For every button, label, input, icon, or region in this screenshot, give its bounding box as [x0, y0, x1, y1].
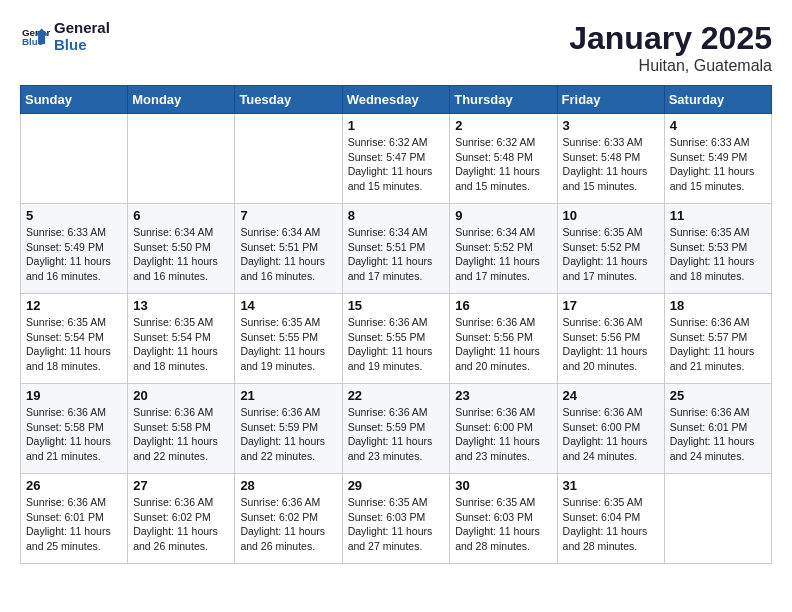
weekday-saturday: Saturday	[664, 86, 771, 114]
calendar-cell: 24Sunrise: 6:36 AMSunset: 6:00 PMDayligh…	[557, 384, 664, 474]
title-block: January 2025 Huitan, Guatemala	[569, 20, 772, 75]
day-number: 23	[455, 388, 551, 403]
location: Huitan, Guatemala	[569, 57, 772, 75]
day-info: Sunrise: 6:34 AMSunset: 5:50 PMDaylight:…	[133, 225, 229, 284]
day-number: 10	[563, 208, 659, 223]
calendar-table: SundayMondayTuesdayWednesdayThursdayFrid…	[20, 85, 772, 564]
calendar-cell: 8Sunrise: 6:34 AMSunset: 5:51 PMDaylight…	[342, 204, 450, 294]
day-number: 8	[348, 208, 445, 223]
day-info: Sunrise: 6:36 AMSunset: 5:59 PMDaylight:…	[348, 405, 445, 464]
logo-line1: General	[54, 20, 110, 37]
weekday-sunday: Sunday	[21, 86, 128, 114]
day-number: 2	[455, 118, 551, 133]
day-info: Sunrise: 6:36 AMSunset: 6:01 PMDaylight:…	[670, 405, 766, 464]
day-info: Sunrise: 6:35 AMSunset: 6:03 PMDaylight:…	[455, 495, 551, 554]
day-number: 20	[133, 388, 229, 403]
day-info: Sunrise: 6:35 AMSunset: 5:54 PMDaylight:…	[133, 315, 229, 374]
calendar-cell: 21Sunrise: 6:36 AMSunset: 5:59 PMDayligh…	[235, 384, 342, 474]
calendar-cell: 26Sunrise: 6:36 AMSunset: 6:01 PMDayligh…	[21, 474, 128, 564]
calendar-cell: 12Sunrise: 6:35 AMSunset: 5:54 PMDayligh…	[21, 294, 128, 384]
day-info: Sunrise: 6:34 AMSunset: 5:51 PMDaylight:…	[240, 225, 336, 284]
calendar-cell	[21, 114, 128, 204]
day-info: Sunrise: 6:33 AMSunset: 5:49 PMDaylight:…	[26, 225, 122, 284]
day-info: Sunrise: 6:36 AMSunset: 6:00 PMDaylight:…	[563, 405, 659, 464]
calendar-cell: 16Sunrise: 6:36 AMSunset: 5:56 PMDayligh…	[450, 294, 557, 384]
day-info: Sunrise: 6:33 AMSunset: 5:49 PMDaylight:…	[670, 135, 766, 194]
day-number: 1	[348, 118, 445, 133]
day-number: 25	[670, 388, 766, 403]
calendar-cell: 17Sunrise: 6:36 AMSunset: 5:56 PMDayligh…	[557, 294, 664, 384]
day-info: Sunrise: 6:34 AMSunset: 5:51 PMDaylight:…	[348, 225, 445, 284]
calendar-cell: 2Sunrise: 6:32 AMSunset: 5:48 PMDaylight…	[450, 114, 557, 204]
day-number: 3	[563, 118, 659, 133]
day-number: 13	[133, 298, 229, 313]
day-info: Sunrise: 6:36 AMSunset: 5:59 PMDaylight:…	[240, 405, 336, 464]
day-info: Sunrise: 6:36 AMSunset: 6:02 PMDaylight:…	[133, 495, 229, 554]
month-title: January 2025	[569, 20, 772, 57]
calendar-cell: 1Sunrise: 6:32 AMSunset: 5:47 PMDaylight…	[342, 114, 450, 204]
day-number: 27	[133, 478, 229, 493]
calendar-cell: 29Sunrise: 6:35 AMSunset: 6:03 PMDayligh…	[342, 474, 450, 564]
logo: General Blue General Blue	[20, 20, 110, 53]
day-number: 6	[133, 208, 229, 223]
weekday-tuesday: Tuesday	[235, 86, 342, 114]
day-info: Sunrise: 6:35 AMSunset: 5:53 PMDaylight:…	[670, 225, 766, 284]
page-header: General Blue General Blue January 2025 H…	[20, 20, 772, 75]
day-number: 30	[455, 478, 551, 493]
weekday-friday: Friday	[557, 86, 664, 114]
calendar-body: 1Sunrise: 6:32 AMSunset: 5:47 PMDaylight…	[21, 114, 772, 564]
calendar-week-3: 12Sunrise: 6:35 AMSunset: 5:54 PMDayligh…	[21, 294, 772, 384]
day-info: Sunrise: 6:33 AMSunset: 5:48 PMDaylight:…	[563, 135, 659, 194]
weekday-wednesday: Wednesday	[342, 86, 450, 114]
logo-icon: General Blue	[22, 23, 50, 51]
day-number: 16	[455, 298, 551, 313]
calendar-week-5: 26Sunrise: 6:36 AMSunset: 6:01 PMDayligh…	[21, 474, 772, 564]
calendar-cell: 11Sunrise: 6:35 AMSunset: 5:53 PMDayligh…	[664, 204, 771, 294]
day-number: 28	[240, 478, 336, 493]
day-info: Sunrise: 6:35 AMSunset: 5:52 PMDaylight:…	[563, 225, 659, 284]
calendar-cell: 20Sunrise: 6:36 AMSunset: 5:58 PMDayligh…	[128, 384, 235, 474]
calendar-cell: 28Sunrise: 6:36 AMSunset: 6:02 PMDayligh…	[235, 474, 342, 564]
day-info: Sunrise: 6:36 AMSunset: 6:01 PMDaylight:…	[26, 495, 122, 554]
calendar-cell	[128, 114, 235, 204]
day-number: 7	[240, 208, 336, 223]
day-info: Sunrise: 6:36 AMSunset: 5:58 PMDaylight:…	[133, 405, 229, 464]
calendar-week-2: 5Sunrise: 6:33 AMSunset: 5:49 PMDaylight…	[21, 204, 772, 294]
day-number: 18	[670, 298, 766, 313]
calendar-cell: 4Sunrise: 6:33 AMSunset: 5:49 PMDaylight…	[664, 114, 771, 204]
day-info: Sunrise: 6:36 AMSunset: 6:02 PMDaylight:…	[240, 495, 336, 554]
day-info: Sunrise: 6:36 AMSunset: 5:57 PMDaylight:…	[670, 315, 766, 374]
day-info: Sunrise: 6:34 AMSunset: 5:52 PMDaylight:…	[455, 225, 551, 284]
calendar-cell: 19Sunrise: 6:36 AMSunset: 5:58 PMDayligh…	[21, 384, 128, 474]
day-info: Sunrise: 6:36 AMSunset: 6:00 PMDaylight:…	[455, 405, 551, 464]
calendar-cell: 22Sunrise: 6:36 AMSunset: 5:59 PMDayligh…	[342, 384, 450, 474]
calendar-cell: 30Sunrise: 6:35 AMSunset: 6:03 PMDayligh…	[450, 474, 557, 564]
day-number: 21	[240, 388, 336, 403]
weekday-monday: Monday	[128, 86, 235, 114]
calendar-cell: 25Sunrise: 6:36 AMSunset: 6:01 PMDayligh…	[664, 384, 771, 474]
day-info: Sunrise: 6:32 AMSunset: 5:47 PMDaylight:…	[348, 135, 445, 194]
day-info: Sunrise: 6:32 AMSunset: 5:48 PMDaylight:…	[455, 135, 551, 194]
day-info: Sunrise: 6:35 AMSunset: 5:55 PMDaylight:…	[240, 315, 336, 374]
calendar-cell: 18Sunrise: 6:36 AMSunset: 5:57 PMDayligh…	[664, 294, 771, 384]
calendar-cell: 10Sunrise: 6:35 AMSunset: 5:52 PMDayligh…	[557, 204, 664, 294]
calendar-cell: 27Sunrise: 6:36 AMSunset: 6:02 PMDayligh…	[128, 474, 235, 564]
day-info: Sunrise: 6:35 AMSunset: 6:04 PMDaylight:…	[563, 495, 659, 554]
day-number: 4	[670, 118, 766, 133]
calendar-cell: 7Sunrise: 6:34 AMSunset: 5:51 PMDaylight…	[235, 204, 342, 294]
day-number: 14	[240, 298, 336, 313]
day-number: 11	[670, 208, 766, 223]
day-number: 22	[348, 388, 445, 403]
calendar-week-4: 19Sunrise: 6:36 AMSunset: 5:58 PMDayligh…	[21, 384, 772, 474]
day-number: 15	[348, 298, 445, 313]
logo-line2: Blue	[54, 37, 110, 54]
day-info: Sunrise: 6:36 AMSunset: 5:58 PMDaylight:…	[26, 405, 122, 464]
day-info: Sunrise: 6:35 AMSunset: 5:54 PMDaylight:…	[26, 315, 122, 374]
calendar-cell: 13Sunrise: 6:35 AMSunset: 5:54 PMDayligh…	[128, 294, 235, 384]
calendar-cell	[235, 114, 342, 204]
day-number: 12	[26, 298, 122, 313]
calendar-cell: 31Sunrise: 6:35 AMSunset: 6:04 PMDayligh…	[557, 474, 664, 564]
day-number: 24	[563, 388, 659, 403]
day-number: 31	[563, 478, 659, 493]
day-number: 17	[563, 298, 659, 313]
